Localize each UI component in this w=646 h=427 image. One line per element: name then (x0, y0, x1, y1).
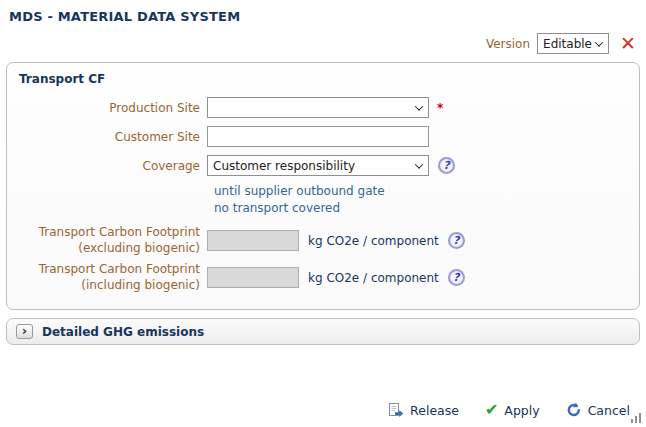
customer-site-input[interactable] (207, 126, 429, 147)
customer-site-row: Customer Site (7, 126, 639, 147)
tcf-excluding-row: Transport Carbon Footprint (excluding bi… (7, 225, 639, 256)
tcf-excluding-help-icon[interactable]: ? (448, 232, 465, 249)
tcf-including-label-line2: (including biogenic) (81, 278, 200, 292)
version-label: Version (486, 37, 530, 51)
apply-label: Apply (504, 403, 539, 418)
tcf-excluding-label-line2: (excluding biogenic) (78, 241, 200, 255)
coverage-note-line: until supplier outbound gate (214, 183, 639, 200)
transport-cf-panel: Transport CF Production Site * Customer … (6, 62, 640, 310)
tcf-including-row: Transport Carbon Footprint (including bi… (7, 262, 639, 293)
tcf-including-unit: kg CO2e / component (308, 271, 439, 285)
undo-arrow-icon (566, 402, 582, 418)
resize-grip[interactable] (631, 413, 641, 423)
cancel-button[interactable]: Cancel (566, 402, 630, 418)
required-marker: * (437, 101, 443, 115)
tcf-including-label-line1: Transport Carbon Footprint (39, 262, 200, 276)
ghg-section-title: Detailed GHG emissions (42, 325, 204, 339)
coverage-select[interactable]: Customer responsibility (207, 155, 429, 176)
production-site-label: Production Site (7, 101, 207, 115)
version-select[interactable]: Editable (537, 33, 609, 54)
coverage-select-value: Customer responsibility (213, 159, 355, 173)
version-select-value: Editable (543, 37, 592, 51)
chevron-down-icon (415, 102, 423, 110)
production-site-row: Production Site * (7, 97, 639, 118)
ghg-section-header[interactable]: › Detailed GHG emissions (6, 318, 640, 345)
check-icon: ✔ (485, 402, 498, 418)
release-button[interactable]: Release (387, 402, 459, 418)
page-title: MDS - MATERIAL DATA SYSTEM (9, 9, 240, 24)
coverage-help-icon[interactable]: ? (438, 157, 455, 174)
close-icon[interactable]: ✕ (620, 34, 636, 53)
version-bar: Version Editable ✕ (486, 33, 636, 54)
coverage-notes: until supplier outbound gate no transpor… (214, 183, 639, 216)
tcf-excluding-unit: kg CO2e / component (308, 234, 439, 248)
tcf-excluding-label: Transport Carbon Footprint (excluding bi… (7, 225, 207, 256)
coverage-row: Coverage Customer responsibility ? (7, 155, 639, 176)
production-site-select[interactable] (207, 97, 429, 118)
coverage-label: Coverage (7, 159, 207, 173)
expand-chevron-icon[interactable]: › (16, 324, 33, 339)
release-icon (387, 402, 404, 418)
tcf-including-help-icon[interactable]: ? (448, 269, 465, 286)
form-rows: Production Site * Customer Site Coverage… (7, 97, 639, 293)
coverage-note-line: no transport covered (214, 200, 639, 217)
tcf-excluding-label-line1: Transport Carbon Footprint (39, 225, 200, 239)
tcf-including-input (207, 267, 299, 288)
tcf-excluding-input (207, 230, 299, 251)
cancel-label: Cancel (588, 403, 630, 418)
footer-actions: Release ✔ Apply Cancel (387, 402, 630, 418)
customer-site-label: Customer Site (7, 130, 207, 144)
mds-window: { "app": { "title": "MDS - MATERIAL DATA… (0, 0, 646, 427)
chevron-down-icon (415, 160, 423, 168)
tcf-including-label: Transport Carbon Footprint (including bi… (7, 262, 207, 293)
apply-button[interactable]: ✔ Apply (485, 402, 540, 418)
chevron-down-icon (595, 38, 603, 46)
transport-cf-title: Transport CF (7, 63, 639, 86)
release-label: Release (410, 403, 459, 418)
